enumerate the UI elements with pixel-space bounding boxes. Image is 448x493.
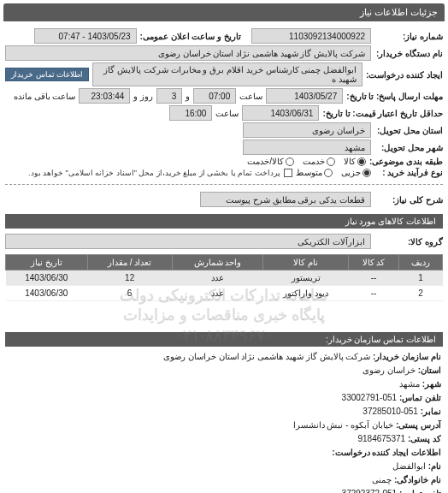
deadline-days-label: و: [186, 92, 190, 101]
category-label: طبقه بندی موضوعی:: [369, 157, 443, 166]
province-label: استان محل تحویل:: [374, 126, 443, 135]
radio-icon: [327, 157, 335, 166]
buy-type-label: نوع فرآیند خرید :: [374, 168, 443, 177]
requester-value: ابوالفضل چمنی کارشناس خرید اقلام برق و م…: [92, 62, 363, 86]
buyer-org-value: شرکت پالایش گاز شهید هاشمی نژاد استان خر…: [5, 45, 371, 61]
col-date: تاریخ نیاز: [6, 255, 88, 270]
page-title: جزئیات اطلاعات نیاز: [3, 3, 445, 21]
buy-mid-radio[interactable]: متوسط: [296, 168, 333, 177]
contact-header: اطلاعات تماس سازمان خریدار:: [5, 332, 443, 347]
desc-value: قطعات یدکی برقی مطابق شرح پیوست: [200, 192, 371, 207]
validity-time: 16:00: [169, 105, 212, 121]
items-header: اطلاعات کالاهای مورد نیاز: [5, 214, 443, 229]
table-row: 1 -- تریستور عدد 12 1403/06/30: [6, 270, 443, 286]
buy-low-radio[interactable]: جزیی: [341, 168, 371, 177]
requester-label: ایجاد کننده درخواست:: [366, 70, 443, 80]
radio-icon: [286, 157, 294, 166]
category-service-radio[interactable]: خدمت: [303, 157, 335, 166]
watermark-zone: سامانه تدارکات الکترونیکی دولت پایگاه خب…: [0, 303, 448, 329]
divider: [5, 184, 443, 185]
deadline-date: 1403/05/27: [266, 88, 343, 104]
col-unit: واحد شمارش: [172, 255, 263, 270]
announce-label: تاریخ و ساعت اعلان عمومی:: [140, 32, 241, 41]
radio-icon: [324, 169, 333, 177]
deadline-remain-suffix: ساعت باقی مانده: [14, 92, 76, 101]
deadline-remain-label: روز و: [133, 92, 153, 101]
need-no-value: 1103092134000922: [251, 28, 371, 44]
category-goods-radio[interactable]: کالا: [344, 157, 366, 166]
col-name: نام کالا: [263, 255, 349, 270]
table-row: 2 -- دیود واراکتور عدد 6 1403/06/30: [6, 286, 443, 301]
deadline-label: مهلت ارسال پاسخ: تا تاریخ:: [346, 92, 443, 101]
category-radio-group: کالا خدمت کالا/خدمت: [247, 157, 366, 166]
deadline-remain: 23:03:44: [79, 88, 130, 104]
buyer-org-label: نام دستگاه خریدار:: [374, 49, 443, 58]
contact-info-button[interactable]: اطلاعات تماس خریدار: [5, 68, 89, 81]
validity-label: حداقل تاریخ اعتبار قیمت: تا تاریخ:: [322, 109, 443, 118]
category-both-radio[interactable]: کالا/خدمت: [247, 157, 294, 166]
buy-type-radio-group: جزیی متوسط: [296, 168, 371, 177]
deadline-days: 3: [156, 88, 182, 104]
col-row: ردیف: [399, 255, 443, 270]
province-value: خراسان رضوی: [243, 122, 371, 138]
treasury-checkbox[interactable]: [284, 169, 292, 177]
validity-time-label: ساعت: [215, 109, 239, 118]
contact-body: نام سازمان خریدار: شرکت پالایش گاز شهید …: [0, 348, 448, 493]
col-qty: تعداد / مقدار: [87, 255, 172, 270]
group-label: گروه کالا:: [374, 237, 443, 246]
desc-label: شرح کلی نیاز:: [374, 195, 443, 205]
announce-value: 1403/05/23 - 07:47: [34, 28, 137, 44]
items-table: ردیف کد کالا نام کالا واحد شمارش تعداد /…: [5, 254, 443, 301]
city-label: شهر محل تحویل:: [374, 143, 443, 152]
validity-date: 1403/06/31: [242, 105, 319, 121]
radio-icon: [357, 157, 366, 166]
city-value: مشهد: [243, 140, 371, 155]
col-code: کد کالا: [349, 255, 399, 270]
radio-icon: [363, 169, 371, 177]
need-no-label: شماره نیاز:: [374, 32, 443, 41]
treasury-note: پرداخت تمام یا بخشی از مبلغ خرید،از محل …: [28, 169, 280, 177]
group-value: ابزارآلات الکتریکی: [5, 234, 371, 249]
deadline-time-label: ساعت: [239, 92, 262, 101]
deadline-time: 07:00: [193, 88, 236, 104]
